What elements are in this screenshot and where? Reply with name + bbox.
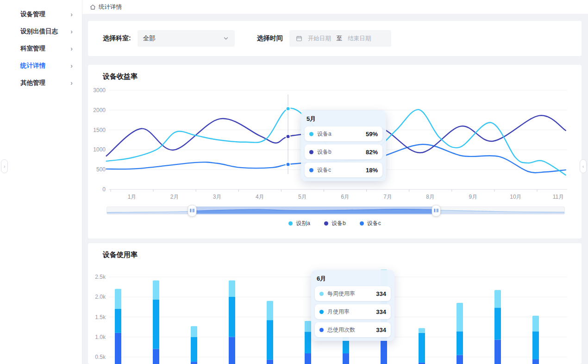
- bar-segment-总使用次数-1月[interactable]: [115, 333, 121, 364]
- legend-item-series-a[interactable]: 设别a: [288, 220, 310, 227]
- svg-text:2.0k: 2.0k: [95, 294, 106, 300]
- datazoom-left-handle[interactable]: [188, 205, 197, 216]
- main-content: 统计详情 选择科室: 全部 选择时间 开始日期 至 结束日期 设: [82, 0, 588, 364]
- svg-text:2月: 2月: [170, 194, 179, 200]
- hover-dot: [286, 107, 290, 111]
- sidebar-item-other-management[interactable]: 其他管理 ›: [0, 74, 82, 91]
- calendar-icon: [296, 35, 302, 42]
- bar-segment-每周使用率-9月[interactable]: [419, 328, 425, 333]
- bar-segment-总使用次数-4月[interactable]: [229, 337, 235, 364]
- breadcrumb: 统计详情: [82, 0, 588, 14]
- revenue-legend: 设别a 设备b 设备c: [88, 220, 582, 227]
- tooltip-row-label: 总使用次数: [327, 326, 355, 334]
- bar-segment-总使用次数-5月[interactable]: [267, 360, 273, 364]
- bar-segment-总使用次数-3月[interactable]: [191, 362, 197, 364]
- revenue-tooltip: 5月 设备a 59% 设备b 82% 设备c 18%: [301, 110, 386, 181]
- chevron-down-icon: [223, 35, 229, 42]
- panel-collapse-button[interactable]: ‹: [580, 159, 587, 173]
- datazoom-right-handle[interactable]: [432, 205, 440, 216]
- department-select[interactable]: 全部: [138, 30, 235, 47]
- bar-segment-月使用率-9月[interactable]: [419, 333, 425, 363]
- tooltip-row-value: 18%: [357, 167, 378, 174]
- tooltip-title: 5月: [307, 115, 381, 123]
- bar-segment-总使用次数-10月[interactable]: [457, 355, 463, 364]
- svg-text:11月: 11月: [553, 194, 564, 200]
- bar-segment-每周使用率-2月[interactable]: [153, 281, 159, 300]
- legend-item-series-c[interactable]: 设备c: [360, 220, 381, 227]
- svg-text:10月: 10月: [510, 194, 521, 200]
- bar-segment-每周使用率-5月[interactable]: [267, 301, 273, 320]
- bar-segment-月使用率-4月[interactable]: [229, 297, 235, 337]
- bar-segment-总使用次数-7月[interactable]: [343, 353, 349, 364]
- tooltip-row-value: 334: [368, 308, 386, 315]
- tooltip-row: 设备b 82%: [305, 144, 382, 159]
- sidebar-item-department-management[interactable]: 科室管理 ›: [0, 40, 82, 57]
- department-select-value: 全部: [143, 34, 156, 43]
- tooltip-row: 每周使用率 334: [315, 286, 391, 301]
- svg-text:8月: 8月: [426, 194, 435, 200]
- start-date-placeholder[interactable]: 开始日期: [308, 35, 331, 43]
- svg-text:0.5k: 0.5k: [95, 354, 106, 360]
- sidebar-item-statistics-detail[interactable]: 统计详情 ›: [0, 57, 82, 74]
- bar-segment-月使用率-12月[interactable]: [532, 331, 539, 359]
- svg-text:7月: 7月: [383, 194, 392, 200]
- end-date-placeholder[interactable]: 结束日期: [348, 35, 371, 43]
- bar-segment-总使用次数-2月[interactable]: [153, 349, 159, 364]
- datazoom-window[interactable]: [192, 207, 436, 214]
- weekly-usage-dot-icon: [319, 292, 324, 296]
- date-range-picker[interactable]: 开始日期 至 结束日期: [289, 30, 391, 47]
- bar-segment-每周使用率-4月[interactable]: [229, 281, 235, 297]
- sidebar-item-label: 统计详情: [20, 62, 45, 70]
- chevron-right-icon: ›: [70, 80, 73, 86]
- bar-segment-总使用次数-11月[interactable]: [494, 340, 501, 364]
- hover-dot: [286, 134, 290, 138]
- series-c-dot-icon: [309, 168, 313, 172]
- sidebar-item-label: 设备管理: [20, 10, 45, 19]
- bar-segment-每周使用率-1月[interactable]: [115, 289, 121, 309]
- bar-segment-月使用率-10月[interactable]: [457, 331, 463, 355]
- series-a-dot-icon: [288, 221, 293, 226]
- bar-segment-月使用率-11月[interactable]: [494, 308, 501, 339]
- svg-text:1.0k: 1.0k: [95, 334, 106, 340]
- svg-text:3月: 3月: [213, 194, 222, 200]
- svg-text:3000: 3000: [93, 87, 106, 94]
- bar-segment-总使用次数-6月[interactable]: [305, 353, 311, 364]
- bar-segment-月使用率-2月[interactable]: [153, 300, 159, 349]
- total-usage-dot-icon: [319, 328, 324, 332]
- datazoom-slider[interactable]: [106, 207, 565, 214]
- bar-segment-每周使用率-3月[interactable]: [191, 326, 197, 337]
- usage-chart-card: 设备使用率 2.5k2.0k1.5k1.0k0.5k 6月 每周使用率 334 …: [88, 243, 582, 364]
- filter-bar: 选择科室: 全部 选择时间 开始日期 至 结束日期: [88, 21, 582, 56]
- tooltip-row-value: 334: [368, 326, 386, 333]
- bar-segment-每周使用率-6月[interactable]: [305, 321, 311, 332]
- svg-text:0: 0: [102, 186, 106, 193]
- bar-segment-月使用率-6月[interactable]: [305, 332, 311, 353]
- svg-text:2000: 2000: [93, 107, 106, 113]
- svg-text:9月: 9月: [469, 194, 477, 200]
- tooltip-row-value: 82%: [357, 149, 378, 156]
- bar-segment-月使用率-3月[interactable]: [191, 337, 197, 362]
- chevron-right-icon: ›: [70, 11, 73, 18]
- bar-segment-月使用率-1月[interactable]: [115, 309, 121, 333]
- bar-segment-每周使用率-12月[interactable]: [532, 316, 539, 332]
- bar-segment-每周使用率-11月[interactable]: [494, 290, 501, 308]
- tooltip-row-label: 月使用率: [327, 308, 350, 316]
- series-a-dot-icon: [309, 132, 313, 136]
- svg-text:1.5k: 1.5k: [95, 314, 106, 320]
- legend-item-series-b[interactable]: 设备b: [324, 220, 346, 227]
- sidebar-item-device-management[interactable]: 设备管理 ›: [0, 6, 82, 23]
- home-icon: [90, 4, 96, 10]
- bar-segment-总使用次数-12月[interactable]: [532, 359, 539, 364]
- sidebar-item-lending-log[interactable]: 设别出借日志 ›: [0, 23, 82, 40]
- svg-text:4月: 4月: [256, 194, 264, 200]
- revenue-chart-card: 设备收益率 300020001500100050001月2月3月4月5月6月7月…: [88, 65, 582, 238]
- chevron-right-icon: ›: [70, 28, 73, 35]
- bar-segment-月使用率-5月[interactable]: [267, 320, 273, 360]
- chevron-right-icon: ›: [70, 45, 73, 52]
- svg-text:1月: 1月: [128, 194, 137, 200]
- tooltip-row: 设备a 59%: [305, 126, 382, 141]
- sidebar-expand-button[interactable]: ›: [1, 159, 8, 173]
- bar-segment-每周使用率-10月[interactable]: [457, 303, 463, 331]
- svg-text:500: 500: [96, 166, 106, 173]
- svg-text:1500: 1500: [93, 127, 106, 133]
